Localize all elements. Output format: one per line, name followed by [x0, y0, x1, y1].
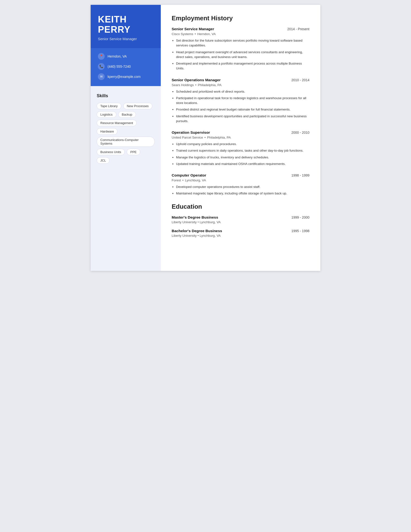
education-container: Master's Degree Business 1999 - 2000 Lib…: [172, 215, 309, 238]
job-block: Operation Supervisor 2000 - 2010 United …: [172, 130, 309, 166]
job-bullet: Trained current supervisors in daily ope…: [176, 148, 309, 153]
job-bullet: Identified business development opportun…: [176, 114, 309, 124]
job-title: Operation Supervisor: [172, 130, 210, 135]
job-company: Cisco Systems•Herndon, VA: [172, 32, 309, 36]
job-bullets: Developed computer operations procedures…: [172, 184, 309, 196]
skills-heading: Skills: [97, 93, 155, 98]
job-bullet: Set direction for the future subscriptio…: [176, 38, 309, 48]
edu-degree: Bachelor's Degree Business: [172, 229, 222, 233]
contact-phone: 📞 (440) 555-7240: [98, 63, 154, 70]
skill-tag: Logistics: [97, 111, 116, 118]
skill-tag: JCL: [97, 157, 110, 164]
job-bullet: Developed and implemented a portfolio ma…: [176, 61, 309, 71]
job-company: Forest•Lynchburg, VA: [172, 179, 309, 182]
contact-email: ✉ kperry@example.com: [98, 73, 154, 80]
job-company: United Parcel Service•Philadelphia, PA: [172, 136, 309, 139]
job-bullet: Updated training materials and maintaine…: [176, 162, 309, 166]
skill-tag: PPE: [127, 149, 140, 155]
skills-list: Tape LibraryNew ProcessesLogisticsBackup…: [97, 103, 155, 164]
candidate-title: Senior Service Manager: [98, 37, 154, 41]
resume-container: KEITH PERRY Senior Service Manager 📍 Her…: [91, 5, 320, 271]
candidate-name: KEITH PERRY: [98, 15, 154, 35]
employment-section-title: Employment History: [172, 15, 309, 22]
contact-location: 📍 Herndon, VA: [98, 53, 154, 60]
skills-section: Skills Tape LibraryNew ProcessesLogistic…: [91, 86, 161, 271]
phone-icon: 📞: [98, 63, 105, 70]
job-bullet: Head project management oversight of adv…: [176, 50, 309, 60]
job-dates: 2000 - 2010: [291, 131, 309, 134]
sidebar: KEITH PERRY Senior Service Manager 📍 Her…: [91, 5, 161, 271]
job-bullet: Maintained magnetic tape library, includ…: [176, 191, 309, 196]
job-bullets: Scheduled and prioritized work of direct…: [172, 89, 309, 124]
skill-tag: New Processes: [123, 103, 152, 109]
job-block: Senior Operations Manager 2010 - 2014 Se…: [172, 78, 309, 124]
email-icon: ✉: [98, 73, 105, 80]
job-title: Computer Operator: [172, 173, 206, 178]
sidebar-header: KEITH PERRY Senior Service Manager: [91, 5, 161, 48]
job-dates: 2010 - 2014: [291, 78, 309, 82]
job-company: Sears Holdings•Philadelphia, PA: [172, 83, 309, 87]
job-title: Senior Operations Manager: [172, 78, 221, 82]
skill-tag: Resource Management: [97, 120, 137, 126]
edu-header: Bachelor's Degree Business 1995 - 1998: [172, 229, 309, 233]
job-bullet: Manage the logistics of trucks, inventor…: [176, 155, 309, 160]
location-icon: 📍: [98, 53, 105, 60]
job-bullet: Scheduled and prioritized work of direct…: [176, 89, 309, 94]
job-bullet: Participated in operational task force t…: [176, 96, 309, 106]
edu-degree: Master's Degree Business: [172, 215, 218, 219]
job-header: Senior Service Manager 2014 - Present: [172, 27, 309, 31]
job-header: Operation Supervisor 2000 - 2010: [172, 130, 309, 135]
skill-tag: Communications-Computer Systems: [97, 137, 155, 147]
edu-dates: 1999 - 2000: [291, 216, 309, 219]
job-block: Computer Operator 1998 - 1999 Forest•Lyn…: [172, 173, 309, 196]
edu-school: Liberty University • Lynchburg, VA: [172, 220, 309, 224]
edu-block: Master's Degree Business 1999 - 2000 Lib…: [172, 215, 309, 224]
job-bullet: Developed computer operations procedures…: [176, 184, 309, 189]
job-bullets: Set direction for the future subscriptio…: [172, 38, 309, 71]
education-section-title: Education: [172, 203, 309, 210]
skill-tag: Tape Library: [97, 103, 121, 109]
job-header: Computer Operator 1998 - 1999: [172, 173, 309, 178]
job-bullets: Uphold company policies and procedures.T…: [172, 142, 309, 166]
edu-header: Master's Degree Business 1999 - 2000: [172, 215, 309, 219]
edu-block: Bachelor's Degree Business 1995 - 1998 L…: [172, 229, 309, 238]
main-content: Employment History Senior Service Manage…: [161, 5, 320, 271]
contact-section: 📍 Herndon, VA 📞 (440) 555-7240 ✉ kperry@…: [91, 48, 161, 86]
job-title: Senior Service Manager: [172, 27, 214, 31]
jobs-container: Senior Service Manager 2014 - Present Ci…: [172, 27, 309, 196]
job-header: Senior Operations Manager 2010 - 2014: [172, 78, 309, 82]
job-bullet: Uphold company policies and procedures.: [176, 142, 309, 147]
skill-tag: Hardware: [97, 128, 118, 135]
job-dates: 1998 - 1999: [291, 173, 309, 177]
edu-school: Liberty University • Lynchburg, VA: [172, 234, 309, 238]
job-dates: 2014 - Present: [287, 27, 309, 31]
skill-tag: Business Units: [97, 149, 125, 155]
job-bullet: Provided district and regional level bud…: [176, 107, 309, 112]
edu-dates: 1995 - 1998: [291, 229, 309, 233]
job-block: Senior Service Manager 2014 - Present Ci…: [172, 27, 309, 71]
skill-tag: Backup: [118, 111, 136, 118]
